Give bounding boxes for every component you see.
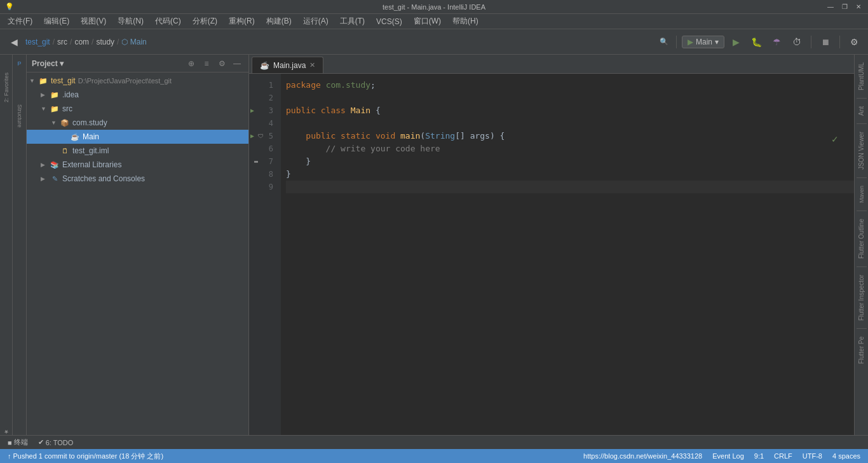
status-bar: ↑ Pushed 1 commit to origin/master (18 分… [0, 449, 868, 463]
close-button[interactable]: ✕ [854, 3, 863, 11]
hide-panel-button[interactable]: — [231, 57, 243, 70]
check-mark: ✓ [831, 134, 839, 144]
cursor-position[interactable]: 9:1 [752, 452, 766, 460]
code-line-4 [286, 117, 854, 130]
back-button[interactable]: ◀ [5, 33, 23, 51]
code-line-5: public static void main ( String [] args… [286, 130, 854, 142]
menu-tools[interactable]: 工具(T) [335, 15, 370, 28]
label-iml: test_git.iml [72, 146, 109, 155]
tab-json-viewer[interactable]: JSON Viewer [857, 127, 866, 175]
code-editor[interactable]: 1 2 ▶ 3 4 ▶ 🛡 5 6 ▬ 7 8 9 [249, 74, 854, 435]
tab-plantuml[interactable]: PlantUML [857, 57, 866, 95]
url-text: https://blog.csdn.net/weixin_44333128 [583, 452, 702, 460]
debug-button[interactable]: 🐛 [747, 33, 765, 51]
menu-view[interactable]: 视图(V) [76, 15, 111, 28]
menu-build[interactable]: 构建(B) [261, 15, 297, 28]
code-line-3: public class Main { [286, 104, 854, 117]
tab-ant[interactable]: Ant [857, 101, 866, 121]
tree-item-scratches[interactable]: ▶ ✎ Scratches and Consoles [27, 172, 248, 186]
breadcrumb-com[interactable]: com [74, 38, 89, 46]
tab-favorites[interactable]: 2: Favorites [2, 67, 11, 107]
tab-close-button[interactable]: ✕ [309, 61, 315, 69]
line-ending[interactable]: CRLF [771, 452, 795, 460]
run-config-selector[interactable]: ▶ Main ▾ [682, 36, 724, 48]
code-line-6: // write your code here [286, 142, 854, 155]
tree-item-idea[interactable]: ▶ 📁 .idea [27, 88, 248, 102]
line-num-3: ▶ 3 [249, 104, 281, 117]
main-layout: P Structure Project ▾ ⊕ ≡ ⚙ — ▼ 📁 test_g… [0, 55, 868, 435]
settings-button[interactable]: ⚙ [845, 33, 863, 51]
tab-flutter-inspector[interactable]: Flutter Inspector [857, 270, 866, 326]
indent-settings[interactable]: 4 spaces [830, 452, 863, 460]
search-everywhere-button[interactable]: 🔍 [657, 33, 671, 51]
tab-flutter-pe[interactable]: Flutter Pe [857, 331, 866, 369]
arrow-external-libs: ▶ [41, 162, 50, 168]
code-content[interactable]: package com.study ; public class Main { [281, 74, 854, 435]
encoding[interactable]: UTF-8 [800, 452, 825, 460]
project-panel: Project ▾ ⊕ ≡ ⚙ — ▼ 📁 test_git D:\Projec… [27, 55, 249, 435]
line-num-8: 8 [249, 168, 281, 181]
structure-label[interactable]: Structure [13, 109, 26, 122]
maximize-button[interactable]: ❐ [840, 3, 849, 11]
breadcrumb-project[interactable]: test_git [25, 38, 50, 46]
tab-maven[interactable]: Maven [857, 181, 866, 208]
tree-item-main[interactable]: ☕ Main [27, 130, 248, 144]
run-config-label: Main [696, 38, 712, 46]
run-config-icon: ▶ [688, 38, 693, 46]
label-main: Main [83, 132, 99, 141]
check-icon: ✔ [38, 438, 44, 446]
menu-help[interactable]: 帮助(H) [447, 15, 484, 28]
menu-vcs[interactable]: VCS(S) [371, 16, 407, 27]
breadcrumb-src[interactable]: src [57, 38, 67, 46]
coverage-button[interactable]: ☂ [768, 33, 785, 51]
terminal-button[interactable]: ■ 终端 [5, 438, 31, 447]
menu-refactor[interactable]: 重构(R) [224, 15, 260, 28]
menu-run[interactable]: 运行(A) [298, 15, 334, 28]
tree-item-external-libs[interactable]: ▶ 📚 External Libraries [27, 158, 248, 172]
menu-navigate[interactable]: 导航(N) [112, 15, 149, 28]
minimize-button[interactable]: — [826, 3, 835, 11]
run-config-dropdown-icon: ▾ [715, 38, 719, 46]
editor-tabs: ☕ Main.java ✕ [249, 55, 854, 74]
stop-button[interactable]: ⏹ [817, 33, 834, 51]
tree-item-src[interactable]: ▼ 📁 src [27, 102, 248, 116]
menu-file[interactable]: 文件(F) [3, 15, 37, 28]
breadcrumb-main[interactable]: ⬡ Main [121, 38, 146, 46]
profile-button[interactable]: ⏱ [788, 33, 806, 51]
tree-item-test-git[interactable]: ▼ 📁 test_git D:\Project\JavaProject\test… [27, 74, 248, 88]
git-push-status[interactable]: ↑ Pushed 1 commit to origin/master (18 分… [5, 452, 166, 461]
todo-button[interactable]: ✔ 6: TODO [36, 438, 76, 446]
fold-arrow-3[interactable]: ▶ [250, 104, 254, 117]
event-log-button[interactable]: Event Log [710, 452, 747, 460]
line-num-4: 4 [249, 117, 281, 130]
todo-label: 6: TODO [46, 439, 74, 446]
java-icon-main: ☕ [70, 132, 80, 142]
tab-flutter-outline[interactable]: Flutter Outline [857, 214, 866, 264]
tab-main-java[interactable]: ☕ Main.java ✕ [252, 57, 323, 73]
label-test-git: test_git [51, 76, 76, 85]
tree-item-iml[interactable]: 🗒 test_git.iml [27, 144, 248, 158]
menu-edit[interactable]: 编辑(E) [39, 15, 74, 28]
git-push-icon: ↑ [8, 452, 11, 460]
library-icon: 📚 [50, 160, 60, 170]
sidebar-icons: P Structure [13, 55, 27, 435]
menu-analyze[interactable]: 分析(Z) [187, 15, 222, 28]
project-tool-icon[interactable]: P [13, 57, 26, 70]
menu-window[interactable]: 窗口(W) [409, 15, 446, 28]
tree-item-com-study[interactable]: ▼ 📦 com.study [27, 116, 248, 130]
project-dropdown[interactable]: Project ▾ [32, 59, 64, 68]
collapse-all-button[interactable]: ≡ [200, 57, 213, 70]
title-bar-left: 💡 [5, 3, 14, 11]
add-content-root-button[interactable]: ⊕ [185, 57, 198, 70]
menu-code[interactable]: 代码(C) [150, 15, 186, 28]
url-item[interactable]: https://blog.csdn.net/weixin_44333128 [581, 452, 705, 460]
panel-settings-button[interactable]: ⚙ [215, 57, 228, 70]
fold-close-7[interactable]: ▬ [254, 155, 258, 168]
breadcrumb-study[interactable]: study [96, 38, 114, 46]
fold-arrow-5[interactable]: ▶ [250, 130, 254, 142]
line-numbers: 1 2 ▶ 3 4 ▶ 🛡 5 6 ▬ 7 8 9 [249, 74, 281, 435]
run-button[interactable]: ▶ [727, 33, 745, 51]
right-panel-divider-1 [857, 98, 867, 99]
right-panel-divider-4 [857, 211, 867, 211]
star-icon[interactable]: ★ [3, 424, 10, 435]
